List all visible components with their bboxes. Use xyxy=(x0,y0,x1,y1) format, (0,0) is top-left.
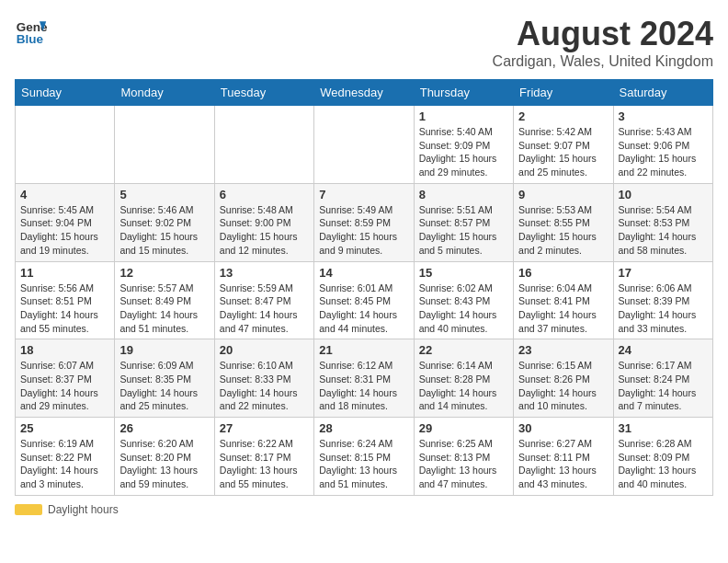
day-info: Sunrise: 6:24 AMSunset: 8:15 PMDaylight:… xyxy=(319,437,408,491)
day-number: 7 xyxy=(319,188,408,201)
day-info: Sunrise: 6:12 AMSunset: 8:31 PMDaylight:… xyxy=(319,359,408,413)
day-number: 8 xyxy=(419,188,508,201)
day-cell: 21Sunrise: 6:12 AMSunset: 8:31 PMDayligh… xyxy=(314,339,414,418)
day-info: Sunrise: 6:19 AMSunset: 8:22 PMDaylight:… xyxy=(20,437,109,491)
day-info: Sunrise: 5:42 AMSunset: 9:07 PMDaylight:… xyxy=(518,125,608,179)
day-info: Sunrise: 5:51 AMSunset: 8:57 PMDaylight:… xyxy=(419,203,508,258)
day-info: Sunrise: 6:06 AMSunset: 8:39 PMDaylight:… xyxy=(619,282,708,336)
day-cell: 6Sunrise: 5:48 AMSunset: 9:00 PMDaylight… xyxy=(214,183,313,261)
day-number: 20 xyxy=(220,343,309,357)
day-cell xyxy=(16,106,115,184)
svg-text:Blue: Blue xyxy=(17,32,44,46)
day-cell: 9Sunrise: 5:53 AMSunset: 8:55 PMDaylight… xyxy=(514,183,613,261)
main-title: August 2024 xyxy=(493,15,713,53)
daylight-bar-icon xyxy=(15,504,42,515)
calendar: SundayMondayTuesdayWednesdayThursdayFrid… xyxy=(15,79,713,496)
day-number: 2 xyxy=(518,109,608,123)
day-number: 30 xyxy=(518,421,608,435)
day-number: 19 xyxy=(119,343,209,357)
day-info: Sunrise: 6:02 AMSunset: 8:43 PMDaylight:… xyxy=(419,282,508,336)
day-info: Sunrise: 6:07 AMSunset: 8:37 PMDaylight:… xyxy=(20,359,109,413)
day-number: 9 xyxy=(518,188,608,201)
day-cell: 1Sunrise: 5:40 AMSunset: 9:09 PMDaylight… xyxy=(414,106,513,184)
day-number: 6 xyxy=(220,188,309,201)
day-number: 10 xyxy=(619,188,708,201)
logo: General Blue xyxy=(15,15,48,48)
day-number: 13 xyxy=(220,266,309,280)
day-cell: 28Sunrise: 6:24 AMSunset: 8:15 PMDayligh… xyxy=(314,418,414,496)
day-cell: 19Sunrise: 6:09 AMSunset: 8:35 PMDayligh… xyxy=(115,339,214,418)
day-number: 21 xyxy=(319,343,408,357)
week-row-4: 25Sunrise: 6:19 AMSunset: 8:22 PMDayligh… xyxy=(16,418,713,496)
day-info: Sunrise: 6:17 AMSunset: 8:24 PMDaylight:… xyxy=(619,359,708,413)
day-number: 24 xyxy=(619,343,708,357)
day-number: 29 xyxy=(419,421,508,435)
day-cell xyxy=(314,106,414,184)
day-cell: 25Sunrise: 6:19 AMSunset: 8:22 PMDayligh… xyxy=(16,418,115,496)
day-number: 12 xyxy=(119,266,209,280)
day-info: Sunrise: 5:59 AMSunset: 8:47 PMDaylight:… xyxy=(220,282,309,336)
week-row-3: 18Sunrise: 6:07 AMSunset: 8:37 PMDayligh… xyxy=(16,339,713,418)
subtitle: Cardigan, Wales, United Kingdom xyxy=(493,53,713,70)
day-cell: 5Sunrise: 5:46 AMSunset: 9:02 PMDaylight… xyxy=(115,183,214,261)
day-cell: 23Sunrise: 6:15 AMSunset: 8:26 PMDayligh… xyxy=(514,339,613,418)
day-cell xyxy=(115,106,214,184)
weekday-header-row: SundayMondayTuesdayWednesdayThursdayFrid… xyxy=(16,80,713,106)
day-info: Sunrise: 5:43 AMSunset: 9:06 PMDaylight:… xyxy=(619,125,708,179)
day-info: Sunrise: 6:10 AMSunset: 8:33 PMDaylight:… xyxy=(220,359,309,413)
day-cell xyxy=(214,106,313,184)
weekday-header-saturday: Saturday xyxy=(613,80,712,106)
day-number: 15 xyxy=(419,266,508,280)
day-number: 16 xyxy=(518,266,608,280)
footer: Daylight hours xyxy=(15,503,713,516)
day-info: Sunrise: 6:20 AMSunset: 8:20 PMDaylight:… xyxy=(119,437,209,491)
day-number: 23 xyxy=(518,343,608,357)
header: General Blue August 2024 Cardigan, Wales… xyxy=(15,15,713,70)
day-info: Sunrise: 5:48 AMSunset: 9:00 PMDaylight:… xyxy=(220,203,309,258)
day-info: Sunrise: 5:53 AMSunset: 8:55 PMDaylight:… xyxy=(518,203,608,258)
day-number: 27 xyxy=(220,421,309,435)
day-number: 1 xyxy=(419,109,508,123)
day-cell: 8Sunrise: 5:51 AMSunset: 8:57 PMDaylight… xyxy=(414,183,513,261)
day-cell: 27Sunrise: 6:22 AMSunset: 8:17 PMDayligh… xyxy=(214,418,313,496)
day-number: 28 xyxy=(319,421,408,435)
day-info: Sunrise: 5:40 AMSunset: 9:09 PMDaylight:… xyxy=(419,125,508,179)
day-cell: 29Sunrise: 6:25 AMSunset: 8:13 PMDayligh… xyxy=(414,418,513,496)
week-row-2: 11Sunrise: 5:56 AMSunset: 8:51 PMDayligh… xyxy=(16,261,713,339)
day-cell: 7Sunrise: 5:49 AMSunset: 8:59 PMDaylight… xyxy=(314,183,414,261)
day-number: 26 xyxy=(119,421,209,435)
day-cell: 12Sunrise: 5:57 AMSunset: 8:49 PMDayligh… xyxy=(115,261,214,339)
day-info: Sunrise: 5:45 AMSunset: 9:04 PMDaylight:… xyxy=(20,203,109,258)
logo-icon: General Blue xyxy=(15,15,48,48)
day-info: Sunrise: 5:46 AMSunset: 9:02 PMDaylight:… xyxy=(119,203,209,258)
day-cell: 24Sunrise: 6:17 AMSunset: 8:24 PMDayligh… xyxy=(613,339,712,418)
day-number: 4 xyxy=(20,188,109,201)
day-cell: 3Sunrise: 5:43 AMSunset: 9:06 PMDaylight… xyxy=(613,106,712,184)
day-cell: 16Sunrise: 6:04 AMSunset: 8:41 PMDayligh… xyxy=(514,261,613,339)
day-info: Sunrise: 6:04 AMSunset: 8:41 PMDaylight:… xyxy=(518,282,608,336)
day-cell: 14Sunrise: 6:01 AMSunset: 8:45 PMDayligh… xyxy=(314,261,414,339)
title-area: August 2024 Cardigan, Wales, United King… xyxy=(493,15,713,70)
day-cell: 11Sunrise: 5:56 AMSunset: 8:51 PMDayligh… xyxy=(16,261,115,339)
day-cell: 17Sunrise: 6:06 AMSunset: 8:39 PMDayligh… xyxy=(613,261,712,339)
day-cell: 18Sunrise: 6:07 AMSunset: 8:37 PMDayligh… xyxy=(16,339,115,418)
day-cell: 15Sunrise: 6:02 AMSunset: 8:43 PMDayligh… xyxy=(414,261,513,339)
day-info: Sunrise: 6:22 AMSunset: 8:17 PMDaylight:… xyxy=(220,437,309,491)
day-info: Sunrise: 5:54 AMSunset: 8:53 PMDaylight:… xyxy=(619,203,708,258)
day-number: 5 xyxy=(119,188,209,201)
day-info: Sunrise: 6:25 AMSunset: 8:13 PMDaylight:… xyxy=(419,437,508,491)
day-cell: 13Sunrise: 5:59 AMSunset: 8:47 PMDayligh… xyxy=(214,261,313,339)
weekday-header-monday: Monday xyxy=(115,80,214,106)
day-cell: 31Sunrise: 6:28 AMSunset: 8:09 PMDayligh… xyxy=(613,418,712,496)
day-info: Sunrise: 6:27 AMSunset: 8:11 PMDaylight:… xyxy=(518,437,608,491)
weekday-header-wednesday: Wednesday xyxy=(314,80,414,106)
weekday-header-friday: Friday xyxy=(514,80,613,106)
day-number: 25 xyxy=(20,421,109,435)
week-row-0: 1Sunrise: 5:40 AMSunset: 9:09 PMDaylight… xyxy=(16,106,713,184)
day-info: Sunrise: 6:15 AMSunset: 8:26 PMDaylight:… xyxy=(518,359,608,413)
weekday-header-thursday: Thursday xyxy=(414,80,513,106)
day-info: Sunrise: 5:56 AMSunset: 8:51 PMDaylight:… xyxy=(20,282,109,336)
day-info: Sunrise: 6:01 AMSunset: 8:45 PMDaylight:… xyxy=(319,282,408,336)
day-cell: 20Sunrise: 6:10 AMSunset: 8:33 PMDayligh… xyxy=(214,339,313,418)
day-info: Sunrise: 5:57 AMSunset: 8:49 PMDaylight:… xyxy=(119,282,209,336)
